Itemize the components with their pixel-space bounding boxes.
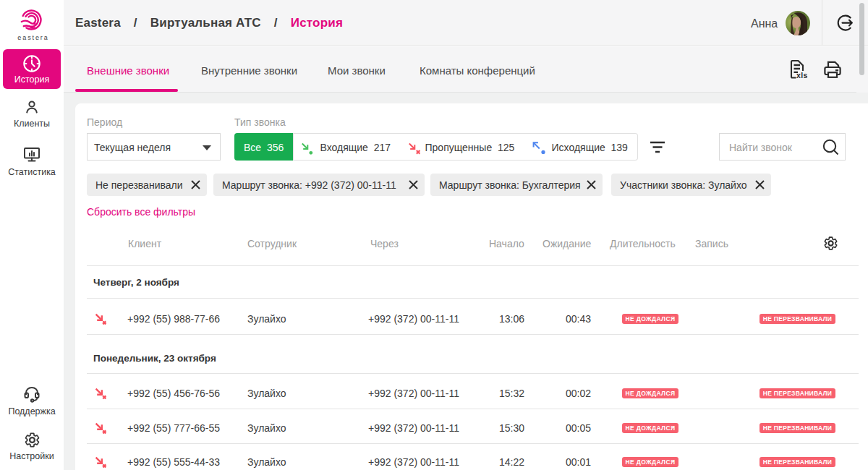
svg-text:xls: xls [796,71,808,80]
